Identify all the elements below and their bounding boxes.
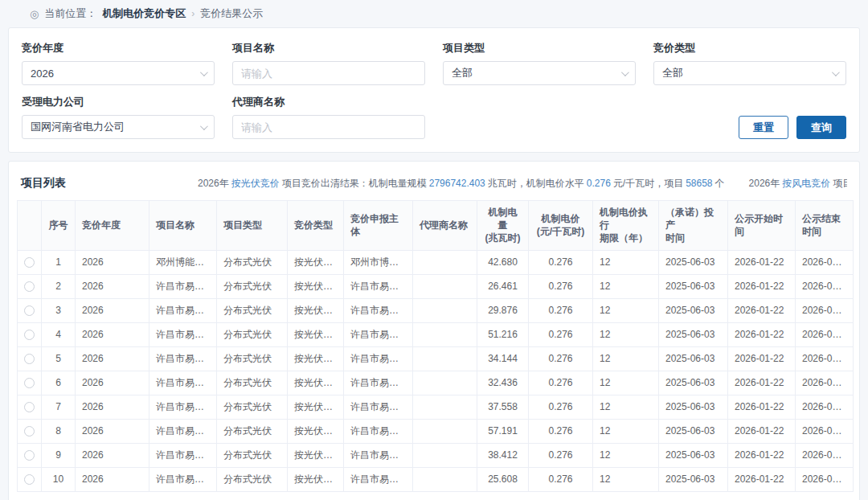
select-value: 国网河南省电力公司 [31, 120, 125, 134]
table-header-row: 序号竞价年度项目名称项目类型竞价类型竞价申报主体代理商名称机制电量 (兆瓦时)机… [18, 201, 854, 251]
table-cell: 2026-01-22 [728, 467, 796, 491]
summary-text: 元/千瓦时，项目 [613, 178, 683, 189]
filter-agent-name: 代理商名称 [232, 85, 425, 139]
row-select-radio[interactable] [24, 281, 35, 292]
table-cell: 按光伏竞价 [288, 298, 344, 322]
table-cell [413, 298, 477, 322]
power-company-select[interactable]: 国网河南省电力公司 [22, 115, 215, 139]
table-cell: 2026 [76, 346, 149, 371]
table-cell: 2025-06-03 [659, 371, 728, 395]
table-cell: 许昌市易森太... [149, 395, 217, 419]
table-cell [413, 443, 477, 467]
table-cell: 3 [42, 298, 76, 322]
summary-text: 2026年 [749, 178, 780, 189]
table-cell: 2026-01-22 [728, 250, 796, 274]
column-header: 项目名称 [149, 201, 217, 251]
agent-name-input[interactable] [232, 115, 425, 139]
filter-power-company: 受理电力公司 国网河南省电力公司 [22, 85, 215, 139]
table-cell: 许昌市易森太... [149, 298, 217, 322]
table-cell: 34.144 [477, 346, 529, 371]
table-cell: 0.276 [529, 395, 593, 419]
table-cell: 37.558 [477, 395, 529, 419]
table-cell [413, 371, 477, 395]
table-row: 62026许昌市易森太...分布式光伏按光伏竞价许昌市易森太...32.4360… [18, 371, 854, 395]
table-cell: 许昌市易森太... [344, 298, 413, 322]
table-cell: 按光伏竞价 [288, 467, 344, 491]
table-cell: 许昌市易森太... [344, 274, 413, 298]
summary-text: 2026年 [198, 178, 229, 189]
summary-link[interactable]: 按光伏竞价 [231, 178, 280, 189]
row-select-radio[interactable] [24, 402, 35, 412]
table-cell: 2026-01-27 [796, 274, 854, 298]
project-type-select[interactable]: 全部 [443, 61, 636, 85]
project-name-input[interactable] [232, 61, 425, 85]
table-cell: 2026 [76, 274, 149, 298]
table-cell: 2 [42, 274, 76, 298]
column-header: 竞价申报主体 [344, 201, 413, 251]
table-cell: 5 [42, 346, 76, 371]
table-cell: 12 [593, 467, 659, 491]
row-select-radio[interactable] [24, 474, 35, 485]
table-cell: 38.412 [477, 443, 529, 467]
table-cell: 0.276 [529, 419, 593, 443]
row-select-cell [18, 322, 42, 346]
reset-button[interactable]: 重置 [739, 116, 788, 139]
table-cell: 32.436 [477, 371, 529, 395]
table-cell: 许昌市易森太... [344, 443, 413, 467]
filter-panel: 竞价年度 2026 项目名称 项目类型 全部 竞价类型 全部 [8, 27, 860, 153]
column-header: 机制电价 (元/千瓦时) [529, 201, 593, 251]
table-cell: 12 [593, 419, 659, 443]
table-cell: 42.680 [477, 250, 529, 274]
table-cell: 12 [593, 322, 659, 346]
table-cell: 1 [42, 250, 76, 274]
row-select-radio[interactable] [24, 330, 35, 340]
table-cell [413, 322, 477, 346]
column-header: 机制电价执行 期限（年） [593, 201, 659, 251]
row-select-cell [18, 298, 42, 322]
table-cell: 2026-01-22 [728, 443, 796, 467]
table-cell: 10 [42, 467, 76, 491]
table-cell: 许昌市易森太... [344, 371, 413, 395]
table-cell [413, 419, 477, 443]
table-cell: 12 [593, 371, 659, 395]
table-cell [413, 274, 477, 298]
table-cell: 2026-01-27 [796, 298, 854, 322]
column-header: 代理商名称 [413, 201, 477, 251]
table-cell: 2026 [76, 250, 149, 274]
row-select-cell [18, 419, 42, 443]
row-select-radio[interactable] [24, 378, 35, 388]
row-select-radio[interactable] [24, 305, 35, 316]
table-cell: 分布式光伏 [217, 346, 288, 371]
row-select-cell [18, 250, 42, 274]
table-cell: 2026-01-22 [728, 322, 796, 346]
table-cell: 2025-06-03 [659, 274, 728, 298]
breadcrumb-section[interactable]: 机制电价竞价专区 [102, 6, 186, 21]
field-label: 竞价年度 [22, 41, 215, 55]
column-header: 机制电量 (兆瓦时) [477, 201, 529, 251]
table-cell: 2026-01-27 [796, 250, 854, 274]
select-value: 2026 [31, 68, 54, 80]
table-row: 102026许昌市易森太...分布式光伏按光伏竞价许昌市易森太...25.608… [18, 467, 854, 491]
table-cell: 邓州市博能新... [344, 250, 413, 274]
bid-type-select[interactable]: 全部 [653, 61, 846, 85]
summary-link[interactable]: 按风电竞价 [782, 178, 830, 189]
row-select-radio[interactable] [24, 354, 35, 364]
row-select-radio[interactable] [24, 450, 35, 461]
breadcrumb-current: 竞价结果公示 [200, 6, 263, 21]
table-cell: 分布式光伏 [217, 395, 288, 419]
summary-text: 个 [715, 178, 725, 189]
search-button[interactable]: 查询 [796, 116, 846, 139]
row-select-radio[interactable] [24, 257, 35, 268]
table-row: 72026许昌市易森太...分布式光伏按光伏竞价许昌市易森太...37.5580… [18, 395, 854, 419]
bid-year-select[interactable]: 2026 [22, 61, 215, 85]
table-cell: 许昌市易森太... [344, 419, 413, 443]
table-cell: 6 [42, 371, 76, 395]
table-cell: 0.276 [529, 274, 593, 298]
table-cell: 2026-01-22 [728, 274, 796, 298]
table-cell: 分布式光伏 [217, 467, 288, 491]
summary-text: 项目竞 [833, 178, 847, 189]
column-header: 公示结束时间 [796, 201, 854, 251]
column-header: 序号 [42, 201, 76, 251]
row-select-radio[interactable] [24, 426, 35, 436]
table-cell: 分布式光伏 [217, 250, 288, 274]
